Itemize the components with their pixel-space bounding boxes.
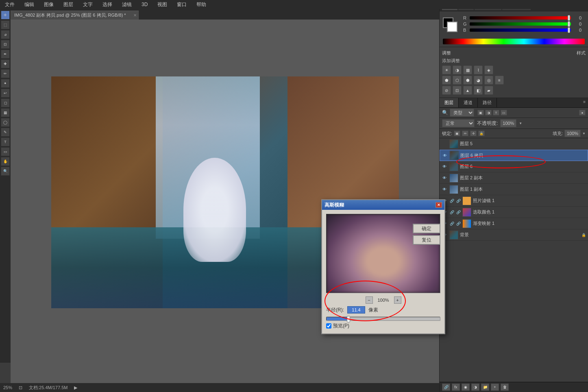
filter-adjust-icon[interactable]: ◑ <box>485 110 492 115</box>
background-color[interactable] <box>447 22 457 32</box>
filter-shape-icon[interactable]: ▭ <box>501 110 507 115</box>
adj-invert[interactable]: ⊘ <box>442 86 451 95</box>
link-layers-btn[interactable]: 🔗 <box>442 383 450 391</box>
fill-input[interactable] <box>564 130 581 137</box>
menu-item-file[interactable]: 文件 <box>3 0 16 9</box>
lasso-tool[interactable]: ⌀ <box>1 30 10 39</box>
filter-toggle[interactable]: ● <box>579 110 586 115</box>
adj-bw[interactable]: ◕ <box>474 76 483 85</box>
menu-item-select[interactable]: 选择 <box>101 0 114 9</box>
filter-pixel-icon[interactable]: ▣ <box>477 110 484 115</box>
adj-photofilter[interactable]: ◎ <box>484 76 493 85</box>
layer-row-photof[interactable]: 👁 🔗 🔗 照片滤镜 1 <box>440 195 588 207</box>
doc-tab-close-icon[interactable]: ✕ <box>133 13 137 17</box>
adj-threshold[interactable]: ▲ <box>463 86 472 95</box>
adj-channelmix[interactable]: ≡ <box>495 76 504 85</box>
layer-row-layer2copy[interactable]: 👁 图层 2 副本 <box>440 172 588 184</box>
lock-transparent[interactable]: ▣ <box>454 131 460 136</box>
blue-slider[interactable] <box>470 28 571 32</box>
menu-item-filter[interactable]: 滤镜 <box>120 0 133 9</box>
doc-tab[interactable]: IMG_4802 副本 拷贝.psd @ 25% (图层 6 拷贝, RGB/8… <box>11 11 139 20</box>
adj-levels[interactable]: ▦ <box>463 65 472 74</box>
layer-row-background[interactable]: 👁 背景 🔒 <box>440 229 588 241</box>
visibility-toggle-layer6[interactable]: 👁 <box>441 163 448 170</box>
eraser-tool[interactable]: ◻ <box>1 98 10 107</box>
adj-curves[interactable]: ⌇ <box>474 65 483 74</box>
preview-checkbox[interactable] <box>326 323 331 329</box>
zoom-tool[interactable]: 🔍 <box>1 167 10 176</box>
tab-layers[interactable]: 图层 <box>440 98 459 107</box>
blur-radius-slider[interactable] <box>326 317 440 321</box>
layer-row-layer6copy[interactable]: 👁 图层 6 拷贝 <box>440 150 588 161</box>
visibility-toggle-layer1copy[interactable]: 👁 <box>441 186 448 193</box>
layer-row-gradientmap[interactable]: 👁 🔗 🔗 渐变映射 1 <box>440 218 588 229</box>
red-thumb[interactable] <box>568 15 570 21</box>
gradient-tool[interactable]: ▦ <box>1 108 10 117</box>
hand-tool[interactable]: ✋ <box>1 157 10 166</box>
move-tool[interactable]: ✛ <box>1 11 10 20</box>
foreground-background-colors[interactable] <box>443 17 457 32</box>
layer-type-filter[interactable]: 类型 <box>450 109 474 117</box>
adj-colorbalance[interactable]: ⬢ <box>463 76 472 85</box>
menu-item-help[interactable]: 帮助 <box>195 0 208 9</box>
blur-slider-thumb[interactable] <box>347 316 350 322</box>
visibility-toggle-layer2copy[interactable]: 👁 <box>441 175 448 181</box>
add-style-btn[interactable]: fx <box>452 383 460 391</box>
menu-item-view[interactable]: 视图 <box>156 0 169 9</box>
green-thumb[interactable] <box>568 21 570 27</box>
menu-item-type[interactable]: 文字 <box>81 0 94 9</box>
history-tool[interactable]: ↩ <box>1 89 10 98</box>
lock-pixels[interactable]: ✏ <box>462 131 468 136</box>
brush-tool[interactable]: ✏ <box>1 69 10 78</box>
visibility-toggle-layer5[interactable]: 👁 <box>441 141 448 147</box>
layer-row-layer6[interactable]: 👁 图层 6 <box>440 161 588 172</box>
expand-icon[interactable]: ▶ <box>74 385 77 390</box>
panel-menu-icon[interactable]: ≡ <box>581 98 588 107</box>
new-group-btn[interactable]: 📁 <box>481 383 489 391</box>
crop-tool[interactable]: ⊡ <box>1 40 10 49</box>
blend-mode-select[interactable]: 正常 <box>442 119 475 127</box>
layer-row-layer5[interactable]: 👁 图层 5 <box>440 138 588 150</box>
pen-tool[interactable]: ✎ <box>1 128 10 137</box>
shape-tool[interactable]: ▭ <box>1 147 10 156</box>
adj-contrast[interactable]: ◑ <box>453 65 462 74</box>
text-tool[interactable]: T <box>1 137 10 146</box>
heal-tool[interactable]: ✚ <box>1 59 10 68</box>
adj-brightness[interactable]: ☀ <box>442 65 451 74</box>
lock-all[interactable]: 🔒 <box>478 131 485 136</box>
tab-channels[interactable]: 通道 <box>459 98 478 107</box>
color-spectrum-bar[interactable] <box>443 39 585 44</box>
fill-arrow[interactable]: ▼ <box>582 132 586 135</box>
menu-item-3d[interactable]: 3D <box>140 1 149 8</box>
blur-ok-button[interactable]: 确定 <box>413 224 440 233</box>
filter-text-icon[interactable]: T <box>493 110 499 115</box>
new-fill-btn[interactable]: ◑ <box>471 383 479 391</box>
eyedropper-tool[interactable]: ✒ <box>1 50 10 59</box>
layer-row-layer1copy[interactable]: 👁 图层 1 副本 <box>440 184 588 195</box>
menu-item-layer[interactable]: 图层 <box>62 0 75 9</box>
layer-row-selectcolor[interactable]: 👁 🔗 🔗 选取颜色 1 <box>440 207 588 218</box>
red-slider[interactable] <box>470 16 571 20</box>
adj-exposure[interactable]: ◈ <box>484 65 493 74</box>
zoom-in-btn[interactable]: + <box>394 296 401 304</box>
adj-hsl[interactable]: ⬡ <box>453 76 462 85</box>
adj-posterize[interactable]: ⊡ <box>453 86 462 95</box>
new-layer-btn[interactable]: + <box>491 383 499 391</box>
lock-position[interactable]: ✛ <box>470 131 477 136</box>
blur-cancel-button[interactable]: 复位 <box>413 235 440 245</box>
dodge-tool[interactable]: ◯ <box>1 118 10 127</box>
adj-selectivecolor[interactable]: ◧ <box>474 86 483 95</box>
select-tool[interactable]: ⬚ <box>1 20 10 29</box>
green-slider[interactable] <box>470 22 571 26</box>
zoom-out-btn[interactable]: − <box>366 296 373 304</box>
menu-item-window[interactable]: 窗口 <box>175 0 188 9</box>
stamp-tool[interactable]: ✦ <box>1 79 10 88</box>
opacity-arrow[interactable]: ▼ <box>519 122 522 125</box>
opacity-input[interactable] <box>500 119 516 127</box>
delete-layer-btn[interactable]: 🗑 <box>501 383 509 391</box>
adj-vibrance[interactable]: ⬟ <box>442 76 451 85</box>
menu-item-edit[interactable]: 编辑 <box>23 0 36 9</box>
blur-radius-input[interactable] <box>347 306 365 314</box>
blue-thumb[interactable] <box>568 27 570 33</box>
adj-gradientmap[interactable]: ▰ <box>484 86 493 95</box>
